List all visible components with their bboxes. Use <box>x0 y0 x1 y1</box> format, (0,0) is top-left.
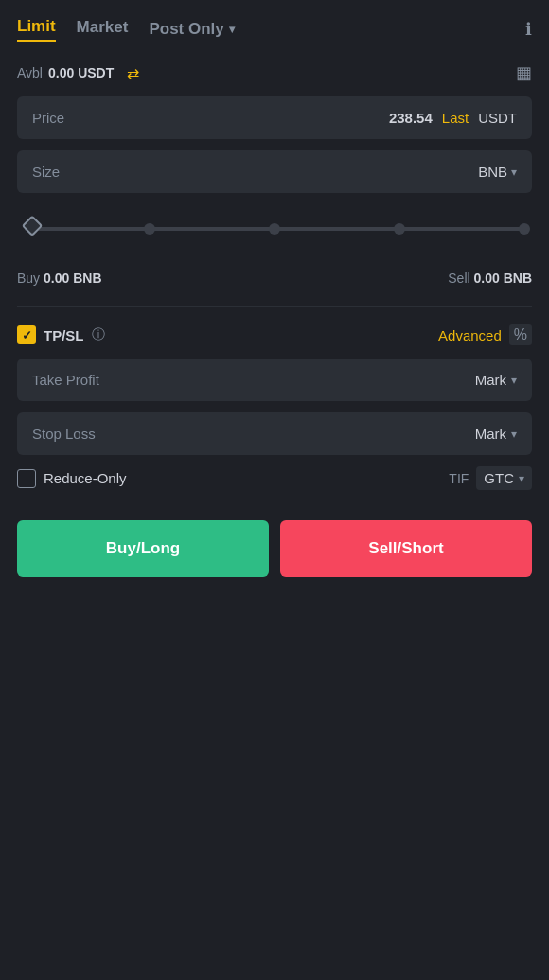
chevron-down-icon: ▾ <box>511 374 517 387</box>
avbl-label: Avbl <box>17 65 43 80</box>
tpsl-label: TP/SL <box>44 327 84 343</box>
percent-icon[interactable]: % <box>509 324 532 345</box>
buy-amount: Buy 0.00 BNB <box>17 271 102 286</box>
tpsl-right: Advanced % <box>438 324 532 345</box>
slider-tick-75[interactable] <box>394 223 405 235</box>
stop-loss-label: Stop Loss <box>32 426 96 442</box>
price-label: Price <box>32 110 64 126</box>
tab-limit[interactable]: Limit <box>17 17 56 42</box>
price-field[interactable]: Price 238.54 Last USDT <box>17 96 532 139</box>
sell-short-button[interactable]: Sell/Short <box>280 520 532 577</box>
action-buttons: Buy/Long Sell/Short <box>17 520 532 577</box>
order-type-tabs: Limit Market Post Only ▾ ℹ <box>17 17 532 42</box>
advanced-label[interactable]: Advanced <box>438 327 502 343</box>
tif-label: TIF <box>449 471 469 486</box>
take-profit-dropdown[interactable]: Mark ▾ <box>475 372 517 388</box>
tab-market[interactable]: Market <box>77 18 129 41</box>
take-profit-field[interactable]: Take Profit Mark ▾ <box>17 359 532 401</box>
tpsl-checkbox[interactable] <box>17 325 36 344</box>
reduce-only-checkbox[interactable] <box>17 469 36 488</box>
tif-dropdown[interactable]: GTC ▾ <box>476 466 532 490</box>
stop-loss-field[interactable]: Stop Loss Mark ▾ <box>17 412 532 455</box>
divider <box>17 306 532 307</box>
info-icon[interactable]: ℹ <box>525 19 532 40</box>
tpsl-left: TP/SL ⓘ <box>17 325 105 344</box>
avbl-value: 0.00 USDT <box>48 65 114 80</box>
swap-icon[interactable]: ⇄ <box>127 64 139 82</box>
calculator-icon[interactable]: ▦ <box>516 62 532 83</box>
price-right: 238.54 Last USDT <box>389 110 517 126</box>
slider-tick-25[interactable] <box>144 223 155 235</box>
take-profit-label: Take Profit <box>32 372 99 388</box>
tif-row: TIF GTC ▾ <box>449 466 532 490</box>
price-last-tag: Last <box>442 110 469 126</box>
chevron-down-icon: ▾ <box>519 472 524 485</box>
reduce-only-left: Reduce-Only <box>17 469 127 488</box>
size-label: Size <box>32 164 60 180</box>
chevron-down-icon: ▾ <box>511 428 517 441</box>
slider-tick-50[interactable] <box>269 223 280 235</box>
tab-post-only[interactable]: Post Only ▾ <box>149 20 234 39</box>
chevron-down-icon: ▾ <box>229 23 235 36</box>
balance-row: Avbl 0.00 USDT ⇄ ▦ <box>17 62 532 83</box>
price-value: 238.54 <box>389 110 433 126</box>
sell-amount: Sell 0.00 BNB <box>448 271 532 286</box>
tpsl-info-icon[interactable]: ⓘ <box>92 326 105 343</box>
reduce-only-row: Reduce-Only TIF GTC ▾ <box>17 466 532 490</box>
quantity-slider[interactable] <box>17 204 532 254</box>
reduce-only-label: Reduce-Only <box>44 470 127 486</box>
buy-sell-amounts: Buy 0.00 BNB Sell 0.00 BNB <box>17 271 532 286</box>
slider-thumb[interactable] <box>22 215 44 236</box>
slider-track <box>25 227 524 231</box>
size-unit-dropdown[interactable]: BNB ▾ <box>478 164 517 180</box>
slider-tick-100[interactable] <box>519 223 530 235</box>
stop-loss-dropdown[interactable]: Mark ▾ <box>475 426 517 442</box>
tpsl-row: TP/SL ⓘ Advanced % <box>17 324 532 345</box>
price-unit: USDT <box>478 110 517 126</box>
chevron-down-icon: ▾ <box>511 166 517 179</box>
size-field[interactable]: Size BNB ▾ <box>17 150 532 193</box>
buy-long-button[interactable]: Buy/Long <box>17 520 269 577</box>
